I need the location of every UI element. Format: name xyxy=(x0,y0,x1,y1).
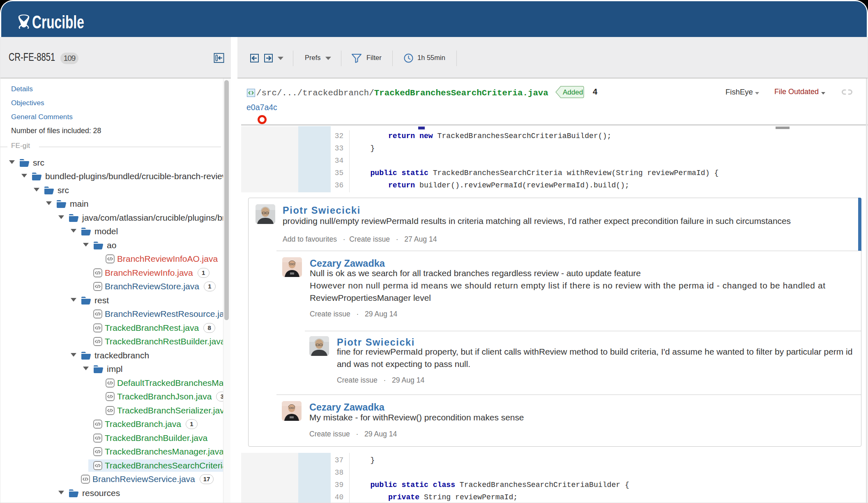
svg-text:Added: Added xyxy=(563,88,583,96)
